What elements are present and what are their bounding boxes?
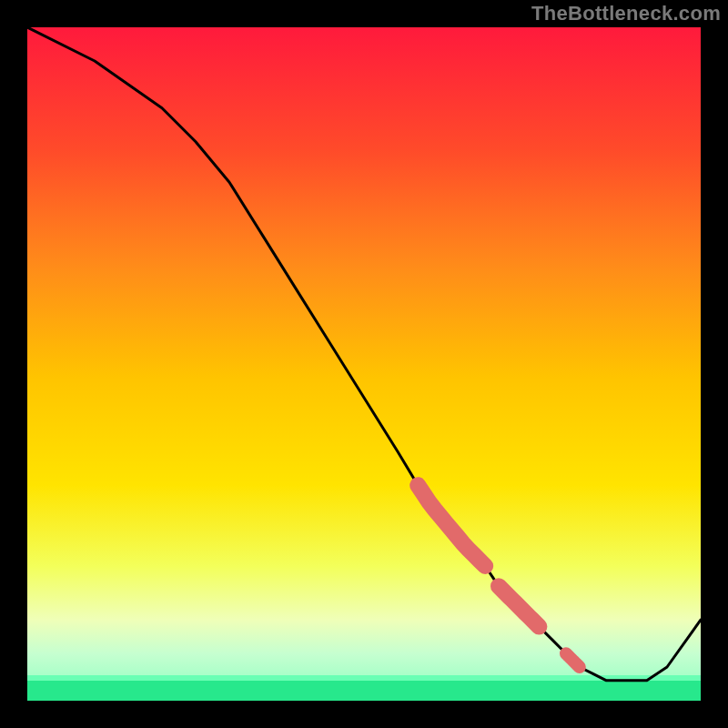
gradient-background — [27, 27, 701, 701]
chart-frame: TheBottleneck.com — [0, 0, 728, 728]
chart-svg — [27, 27, 701, 701]
green-floor — [27, 681, 701, 701]
watermark-text: TheBottleneck.com — [531, 2, 721, 25]
plot-area — [27, 27, 701, 701]
